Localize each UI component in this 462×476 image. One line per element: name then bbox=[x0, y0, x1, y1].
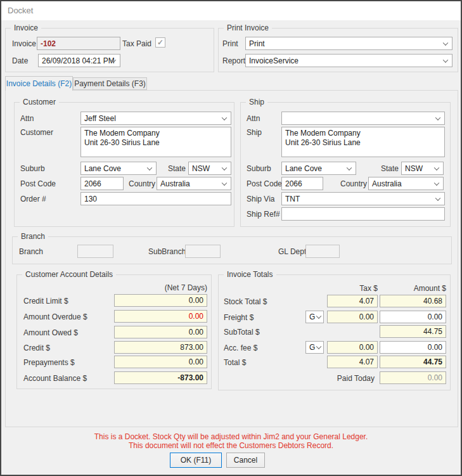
prepayments-value: 0.00 bbox=[189, 357, 203, 366]
docket-dialog: Docket Invoice Invoice -102 Tax Paid ✓ D… bbox=[0, 0, 462, 476]
customer-suburb-label: Suburb bbox=[20, 164, 45, 173]
chevron-down-icon bbox=[222, 165, 227, 170]
subtotal-amount-value: 44.75 bbox=[423, 327, 442, 336]
subtotal-label: SubTotal $ bbox=[224, 328, 260, 337]
customer-postcode-value: 2066 bbox=[84, 179, 101, 188]
ok-button-label: OK (F11) bbox=[181, 456, 211, 465]
paid-today-label: Paid Today bbox=[311, 374, 375, 383]
stock-total-tax-field: 4.07 bbox=[327, 295, 378, 307]
ship-group: Ship Attn Ship The Modem Company Unit 26… bbox=[240, 102, 451, 227]
ship-ref-input[interactable] bbox=[281, 207, 445, 221]
tab-invoice-details[interactable]: Invoice Details (F2) bbox=[5, 76, 73, 91]
chevron-down-icon bbox=[443, 57, 448, 62]
stock-total-tax-value: 4.07 bbox=[359, 297, 374, 306]
credit-limit-field: 0.00 bbox=[114, 294, 207, 307]
tab-payment-details[interactable]: Payment Details (F3) bbox=[73, 77, 147, 90]
invoice-group-title: Invoice bbox=[11, 23, 41, 32]
totals-group-title: Invoice Totals bbox=[224, 270, 276, 279]
cancel-button[interactable]: Cancel bbox=[226, 453, 265, 468]
amount-owed-value: 0.00 bbox=[189, 328, 203, 337]
report-label: Report bbox=[222, 56, 245, 65]
credit-limit-value: 0.00 bbox=[189, 296, 203, 305]
freight-gst-value: G bbox=[309, 312, 315, 321]
subbranch-field bbox=[185, 245, 221, 258]
window-title: Docket bbox=[8, 6, 33, 15]
chevron-down-icon bbox=[316, 344, 321, 349]
stock-total-amount-value: 40.68 bbox=[423, 297, 442, 306]
ship-suburb-combo[interactable]: Lane Cove bbox=[281, 162, 356, 175]
freight-amount-input[interactable]: 0.00 bbox=[380, 311, 446, 323]
paid-today-value: 0.00 bbox=[428, 373, 442, 382]
acc-fee-tax-value: 0.00 bbox=[359, 343, 374, 352]
gl-dept-label: GL Dept bbox=[278, 247, 306, 256]
chevron-down-icon bbox=[147, 165, 152, 170]
customer-suburb-value: Lane Cove bbox=[84, 164, 121, 173]
print-combo[interactable]: Print bbox=[245, 37, 452, 50]
stock-total-amount-field: 40.68 bbox=[380, 295, 446, 307]
customer-postcode-input[interactable]: 2066 bbox=[80, 177, 124, 190]
freight-label: Freight $ bbox=[224, 313, 253, 322]
branch-field bbox=[77, 245, 113, 258]
customer-suburb-combo[interactable]: Lane Cove bbox=[80, 162, 157, 175]
ship-suburb-value: Lane Cove bbox=[285, 164, 322, 173]
ship-postcode-input[interactable]: 2066 bbox=[281, 177, 323, 190]
acc-fee-amount-value: 0.00 bbox=[428, 343, 442, 352]
ship-via-combo[interactable]: TNT bbox=[281, 192, 445, 205]
total-tax-field: 4.07 bbox=[327, 356, 378, 368]
paid-today-field: 0.00 bbox=[380, 371, 446, 384]
ship-postcode-label: Post Code bbox=[247, 179, 282, 188]
amount-owed-label: Amount Owed $ bbox=[23, 328, 78, 337]
freight-gst-combo[interactable]: G bbox=[305, 311, 324, 323]
ship-via-label: Ship Via bbox=[247, 195, 274, 203]
acc-fee-gst-value: G bbox=[309, 343, 315, 352]
credit-label: Credit $ bbox=[23, 344, 50, 352]
customer-address-textarea[interactable]: The Modem Company Unit 26-30 Sirius Lane bbox=[80, 127, 231, 157]
acc-fee-label: Acc. fee $ bbox=[224, 344, 257, 352]
ship-suburb-label: Suburb bbox=[247, 164, 271, 173]
print-label: Print bbox=[222, 39, 238, 48]
chevron-down-icon bbox=[347, 165, 352, 170]
ship-state-value: NSW bbox=[405, 164, 423, 173]
date-combo[interactable]: 26/09/2018 04:21 PM bbox=[38, 54, 120, 67]
customer-order-input[interactable]: 130 bbox=[80, 192, 231, 205]
customer-order-value: 130 bbox=[84, 195, 97, 203]
acc-fee-tax-field: 0.00 bbox=[327, 341, 378, 354]
chevron-down-icon bbox=[222, 115, 227, 120]
freight-amount-value: 0.00 bbox=[428, 312, 442, 321]
acc-fee-amount-input[interactable]: 0.00 bbox=[380, 341, 446, 354]
chevron-down-icon bbox=[434, 165, 439, 170]
total-amount-value: 44.75 bbox=[423, 357, 442, 366]
prepayments-label: Prepayments $ bbox=[23, 358, 75, 367]
amount-overdue-field: 0.00 bbox=[114, 310, 207, 323]
chevron-down-icon bbox=[435, 195, 440, 200]
amount-column-header: Amount $ bbox=[380, 284, 446, 293]
chevron-down-icon bbox=[434, 180, 439, 185]
customer-group-title: Customer bbox=[20, 98, 59, 106]
branch-group-title: Branch bbox=[18, 232, 48, 241]
ship-address-label: Ship bbox=[247, 128, 262, 137]
chevron-down-icon bbox=[222, 180, 227, 185]
acc-fee-gst-combo[interactable]: G bbox=[305, 341, 324, 354]
ship-address-textarea[interactable]: The Modem Company Unit 26-30 Sirius Lane bbox=[281, 127, 445, 157]
customer-country-combo[interactable]: Australia bbox=[157, 177, 231, 190]
print-invoice-group: Print Invoice Print Print Report Invoice… bbox=[218, 28, 458, 72]
invoice-number-label: Invoice bbox=[12, 39, 36, 48]
ship-country-combo[interactable]: Australia bbox=[368, 177, 444, 190]
invoice-totals-group: Invoice Totals Tax $ Amount $ Stock Tota… bbox=[218, 274, 451, 390]
ship-state-combo[interactable]: NSW bbox=[401, 162, 444, 175]
customer-attn-combo[interactable]: Jeff Steel bbox=[80, 112, 231, 125]
amount-owed-field: 0.00 bbox=[114, 326, 207, 338]
report-combo[interactable]: InvoiceService bbox=[245, 54, 452, 67]
ok-button[interactable]: OK (F11) bbox=[170, 453, 222, 468]
ship-postcode-value: 2066 bbox=[285, 179, 302, 188]
docket-warning-line2: This document will not effect the Custom… bbox=[1, 441, 461, 450]
total-label: Total $ bbox=[224, 358, 246, 367]
ship-attn-combo[interactable] bbox=[281, 112, 445, 125]
total-amount-field: 44.75 bbox=[380, 356, 446, 368]
checkmark-icon: ✓ bbox=[157, 38, 164, 47]
customer-group: Customer Attn Jeff Steel Customer The Mo… bbox=[14, 102, 234, 227]
freight-tax-field: 0.00 bbox=[327, 311, 378, 323]
customer-attn-label: Attn bbox=[20, 114, 34, 123]
gl-dept-field bbox=[305, 245, 340, 258]
customer-state-combo[interactable]: NSW bbox=[188, 162, 231, 175]
